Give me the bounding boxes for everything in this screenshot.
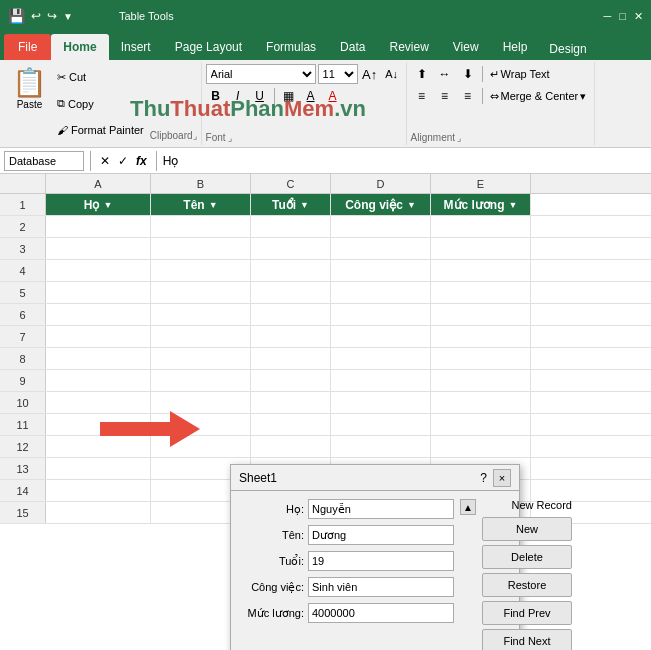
cell-c4[interactable] [251, 260, 331, 281]
undo-icon[interactable]: ↩ [31, 9, 41, 23]
cell-a6[interactable] [46, 304, 151, 325]
cell-e6[interactable] [431, 304, 531, 325]
col-header-c[interactable]: C [251, 174, 331, 193]
cell-a9[interactable] [46, 370, 151, 391]
dialog-close-button[interactable]: × [493, 469, 511, 487]
new-button[interactable]: New [482, 517, 572, 541]
cell-e1[interactable]: Mức lương ▼ [431, 194, 531, 215]
cell-e4[interactable] [431, 260, 531, 281]
cell-b9[interactable] [151, 370, 251, 391]
cell-b8[interactable] [151, 348, 251, 369]
align-top-button[interactable]: ⬆ [411, 64, 433, 84]
paste-button[interactable]: 📋 Paste [8, 64, 51, 143]
increase-font-button[interactable]: A↑ [360, 64, 380, 84]
tab-review[interactable]: Review [377, 34, 440, 60]
cell-c8[interactable] [251, 348, 331, 369]
cell-b11[interactable] [151, 414, 251, 435]
col-header-e[interactable]: E [431, 174, 531, 193]
cell-d3[interactable] [331, 238, 431, 259]
cell-c9[interactable] [251, 370, 331, 391]
cut-button[interactable]: ✂ Cut [53, 70, 148, 85]
cell-d4[interactable] [331, 260, 431, 281]
cell-e9[interactable] [431, 370, 531, 391]
filter-arrow-c[interactable]: ▼ [300, 200, 309, 210]
dialog-help-button[interactable]: ? [480, 471, 487, 485]
alignment-expand-icon[interactable]: ⌟ [457, 133, 461, 143]
cell-c11[interactable] [251, 414, 331, 435]
cell-d8[interactable] [331, 348, 431, 369]
col-header-b[interactable]: B [151, 174, 251, 193]
font-expand-icon[interactable]: ⌟ [228, 133, 232, 143]
tab-help[interactable]: Help [491, 34, 540, 60]
underline-button[interactable]: U [250, 86, 270, 106]
cell-e7[interactable] [431, 326, 531, 347]
tab-file[interactable]: File [4, 34, 51, 60]
fx-button[interactable]: fx [133, 153, 150, 169]
quick-access-icon[interactable]: ▼ [63, 11, 73, 22]
font-size-select[interactable]: 11 [318, 64, 358, 84]
align-center-button[interactable]: ≡ [434, 86, 456, 106]
cell-e10[interactable] [431, 392, 531, 413]
cell-b12[interactable] [151, 436, 251, 457]
cell-d9[interactable] [331, 370, 431, 391]
cell-a1[interactable]: Họ ▼ [46, 194, 151, 215]
dialog-input-ho[interactable] [308, 499, 454, 519]
cell-e2[interactable] [431, 216, 531, 237]
bold-button[interactable]: B [206, 86, 226, 106]
cell-a5[interactable] [46, 282, 151, 303]
formula-confirm-button[interactable]: ✓ [115, 153, 131, 169]
cell-c5[interactable] [251, 282, 331, 303]
cell-a15[interactable] [46, 502, 151, 523]
find-prev-button[interactable]: Find Prev [482, 601, 572, 625]
cell-c1[interactable]: Tuổi ▼ [251, 194, 331, 215]
align-bottom-button[interactable]: ⬇ [457, 64, 479, 84]
font-name-select[interactable]: Arial [206, 64, 316, 84]
fill-color-button[interactable]: A [301, 86, 321, 106]
close-button[interactable]: ✕ [634, 10, 643, 23]
filter-arrow-d[interactable]: ▼ [407, 200, 416, 210]
cell-c6[interactable] [251, 304, 331, 325]
restore-button[interactable]: Restore [482, 573, 572, 597]
cell-a13[interactable] [46, 458, 151, 479]
cell-d1[interactable]: Công việc ▼ [331, 194, 431, 215]
cell-d2[interactable] [331, 216, 431, 237]
format-painter-button[interactable]: 🖌 Format Painter [53, 123, 148, 137]
scroll-up-button[interactable]: ▲ [460, 499, 476, 515]
filter-arrow-a[interactable]: ▼ [103, 200, 112, 210]
cell-a7[interactable] [46, 326, 151, 347]
cell-b5[interactable] [151, 282, 251, 303]
cell-b6[interactable] [151, 304, 251, 325]
cell-b2[interactable] [151, 216, 251, 237]
cell-b1[interactable]: Tên ▼ [151, 194, 251, 215]
cell-c2[interactable] [251, 216, 331, 237]
cell-d11[interactable] [331, 414, 431, 435]
clipboard-expand-icon[interactable]: ⌟ [193, 131, 197, 141]
cell-b3[interactable] [151, 238, 251, 259]
cell-b7[interactable] [151, 326, 251, 347]
border-button[interactable]: ▦ [279, 86, 299, 106]
tab-design[interactable]: Design [539, 38, 596, 60]
cell-d7[interactable] [331, 326, 431, 347]
cell-a4[interactable] [46, 260, 151, 281]
maximize-button[interactable]: □ [619, 10, 626, 23]
align-right-button[interactable]: ≡ [457, 86, 479, 106]
italic-button[interactable]: I [228, 86, 248, 106]
formula-cancel-button[interactable]: ✕ [97, 153, 113, 169]
cell-b10[interactable] [151, 392, 251, 413]
font-color-button[interactable]: A [323, 86, 343, 106]
dialog-input-congviec[interactable] [308, 577, 454, 597]
delete-button[interactable]: Delete [482, 545, 572, 569]
cell-a11[interactable] [46, 414, 151, 435]
align-left-button[interactable]: ≡ [411, 86, 433, 106]
cell-a12[interactable] [46, 436, 151, 457]
cell-e5[interactable] [431, 282, 531, 303]
cell-a3[interactable] [46, 238, 151, 259]
dialog-input-tuoi[interactable] [308, 551, 454, 571]
save-icon[interactable]: 💾 [8, 8, 25, 24]
tab-page-layout[interactable]: Page Layout [163, 34, 254, 60]
copy-button[interactable]: ⧉ Copy [53, 96, 148, 111]
cell-a2[interactable] [46, 216, 151, 237]
cell-a8[interactable] [46, 348, 151, 369]
cell-e3[interactable] [431, 238, 531, 259]
wrap-text-button[interactable]: ↵ Wrap Text [486, 67, 554, 82]
